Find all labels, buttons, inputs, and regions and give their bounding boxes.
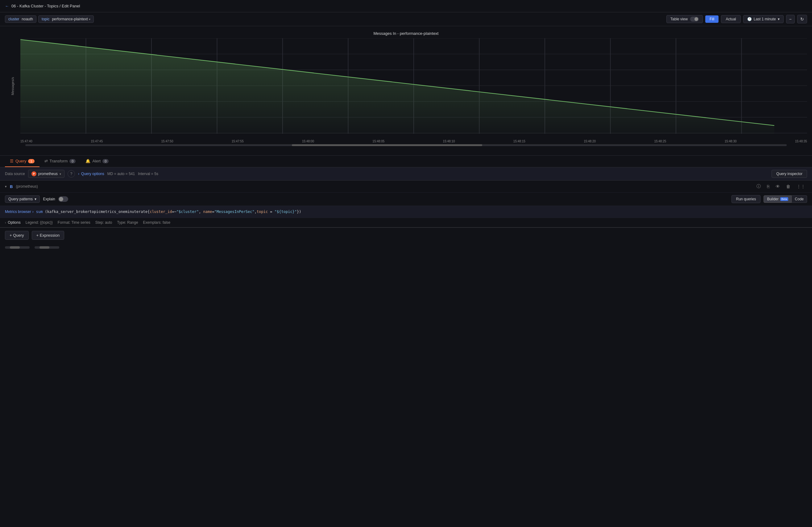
- query-options-chevron-icon: ›: [78, 172, 79, 176]
- beta-badge: Beta: [780, 197, 788, 201]
- explain-label: Explain: [43, 197, 55, 201]
- options-legend: Legend: {{topic}}: [26, 220, 53, 225]
- filter-right: Table view Fill Actual 🕐 Last 1 minute ▾…: [666, 15, 807, 24]
- chart-svg: 11 K 10 K 9 K 8 K 7 K 6 K 5 K: [20, 38, 807, 134]
- md-info: MD = auto = 541: [107, 172, 135, 176]
- query-options-label: Query options: [81, 172, 104, 176]
- builder-button[interactable]: Builder Beta: [764, 195, 792, 203]
- bottom-actions: + Query + Expression: [0, 227, 812, 243]
- query-info-button[interactable]: ⓘ: [755, 183, 763, 190]
- query-copy-button[interactable]: ⎘: [765, 183, 771, 190]
- copy-icon: ⎘: [767, 184, 769, 189]
- tab-query[interactable]: ☰ Query 1: [5, 156, 40, 167]
- datasource-label: Data source: [5, 172, 25, 176]
- query-block: ▾ B (prometheus) ⓘ ⎘ 👁 🗑 ⋮⋮ Query patter…: [0, 181, 812, 227]
- topic-chevron-icon: ▾: [89, 18, 90, 21]
- transform-tab-icon: ⇄: [44, 159, 48, 163]
- query-drag-handle[interactable]: ⋮⋮: [795, 183, 807, 190]
- topic-filter[interactable]: topic performance-plaintext ▾: [38, 15, 94, 23]
- clock-icon: 🕐: [747, 17, 752, 21]
- zoom-out-button[interactable]: −: [786, 15, 795, 24]
- actual-button[interactable]: Actual: [721, 15, 740, 23]
- x-tick-11: 15:48:35: [795, 140, 807, 143]
- x-tick-1: 15:47:45: [91, 140, 103, 143]
- help-button[interactable]: ?: [68, 170, 75, 178]
- x-tick-0: 15:47:40: [20, 140, 32, 143]
- drag-icon: ⋮⋮: [797, 184, 805, 189]
- back-button[interactable]: ←: [5, 4, 9, 8]
- options-toggle[interactable]: › Options: [5, 220, 21, 225]
- fill-button[interactable]: Fill: [705, 15, 719, 23]
- cluster-key-label: cluster: [8, 17, 19, 21]
- options-chevron-icon: ›: [5, 221, 6, 224]
- x-tick-6: 15:48:10: [443, 140, 455, 143]
- collapse-button[interactable]: ▾: [5, 185, 7, 189]
- info-icon: ⓘ: [756, 184, 761, 189]
- query-config-bar: Data source P prometheus ▾ ? › Query opt…: [0, 167, 812, 181]
- topic-key-label: topic: [42, 17, 49, 21]
- add-expression-button[interactable]: + Expression: [32, 231, 64, 240]
- query-tab-icon: ☰: [10, 159, 14, 163]
- bottom-scrollbar-1[interactable]: [5, 246, 30, 249]
- query-patterns-chevron-icon: ▾: [34, 197, 37, 201]
- query-options-button[interactable]: › Query options: [78, 172, 104, 176]
- query-patterns-label: Query patterns: [8, 197, 33, 201]
- interval-info: Interval = 5s: [138, 172, 158, 176]
- svg-marker-25: [20, 40, 774, 134]
- time-chevron-icon: ▾: [778, 17, 780, 21]
- breadcrumb: 06 - Kafka Cluster - Topics / Edit Panel: [11, 4, 80, 8]
- datasource-chevron-icon: ▾: [60, 172, 61, 176]
- add-query-button[interactable]: + Query: [5, 231, 29, 240]
- cluster-label-key: cluster_id: [150, 210, 172, 214]
- query-code-display[interactable]: sum (kafka_server_brokertopicmetrics_one…: [36, 209, 807, 214]
- options-step: Step: auto: [95, 220, 112, 225]
- back-icon: ←: [5, 4, 9, 8]
- datasource-selector[interactable]: P prometheus ▾: [28, 170, 64, 178]
- tab-query-badge: 1: [28, 159, 34, 163]
- query-hide-button[interactable]: 👁: [774, 183, 782, 190]
- eye-icon: 👁: [775, 184, 780, 189]
- table-view-toggle[interactable]: Table view: [666, 15, 703, 23]
- metrics-browser-button[interactable]: Metrics browser ›: [5, 210, 34, 214]
- metrics-browser-label: Metrics browser: [5, 210, 31, 214]
- x-tick-10: 15:48:30: [725, 140, 737, 143]
- cluster-filter[interactable]: cluster noauth: [5, 15, 37, 23]
- top-bar: ← 06 - Kafka Cluster - Topics / Edit Pan…: [0, 0, 812, 12]
- prometheus-icon: P: [31, 171, 37, 176]
- chart-container: Messages In - performance-plaintext Mess…: [0, 26, 812, 156]
- paren-open: (: [43, 210, 47, 214]
- query-block-header: ▾ B (prometheus) ⓘ ⎘ 👁 🗑 ⋮⋮: [0, 181, 812, 193]
- sum-keyword: sum: [36, 210, 43, 214]
- x-tick-3: 15:47:55: [232, 140, 244, 143]
- cluster-label-value: "$cluster": [176, 210, 199, 214]
- explain-toggle[interactable]: [58, 196, 68, 202]
- x-tick-5: 15:48:05: [372, 140, 385, 143]
- scrollbar-handle: [292, 144, 482, 146]
- options-label: Options: [8, 220, 20, 225]
- chart-scrollbar[interactable]: [25, 144, 787, 146]
- tab-transform[interactable]: ⇄ Transform 0: [40, 156, 81, 167]
- run-queries-button[interactable]: Run queries: [731, 195, 761, 203]
- tab-alert[interactable]: 🔔 Alert 0: [81, 156, 114, 167]
- tab-transform-badge: 0: [69, 159, 76, 163]
- x-tick-7: 15:48:15: [513, 140, 525, 143]
- refresh-button[interactable]: ↻: [797, 15, 807, 24]
- bottom-scrollbar-2[interactable]: [34, 246, 59, 249]
- explain-toggle-knob: [59, 197, 63, 201]
- tab-query-label: Query: [15, 159, 26, 163]
- code-button[interactable]: Code: [792, 195, 807, 203]
- time-range-button[interactable]: 🕐 Last 1 minute ▾: [743, 15, 784, 23]
- x-tick-9: 15:48:25: [654, 140, 666, 143]
- alert-tab-icon: 🔔: [85, 159, 90, 163]
- metric-name: kafka_server_brokertopicmetrics_oneminut…: [47, 210, 147, 214]
- options-exemplars: Exemplars: false: [143, 220, 171, 225]
- tab-alert-badge: 0: [102, 159, 108, 163]
- query-inspector-button[interactable]: Query inspector: [772, 170, 807, 178]
- toggle-knob: [694, 17, 698, 21]
- tab-alert-label: Alert: [92, 159, 101, 163]
- query-patterns-button[interactable]: Query patterns ▾: [5, 195, 40, 203]
- topic-value: performance-plaintext: [52, 17, 88, 21]
- table-view-switch[interactable]: [690, 17, 699, 21]
- datasource-name: prometheus: [38, 172, 58, 176]
- query-delete-button[interactable]: 🗑: [784, 183, 792, 190]
